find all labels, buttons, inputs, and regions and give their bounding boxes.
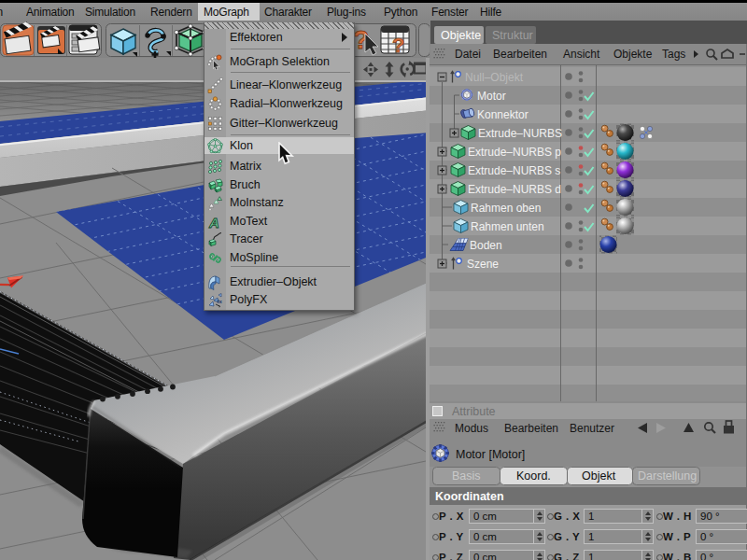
svg-text:Bearbeiten: Bearbeiten	[493, 48, 547, 61]
svg-text:Objekte: Objekte	[441, 29, 481, 42]
svg-text:Modus: Modus	[455, 422, 488, 435]
svg-text:Darstellung: Darstellung	[638, 469, 697, 483]
svg-text:Struktur: Struktur	[492, 29, 533, 42]
svg-text:Datei: Datei	[455, 48, 481, 61]
svg-text:Extrude–NURBS p: Extrude–NURBS p	[468, 146, 561, 159]
svg-text:Ansicht: Ansicht	[563, 48, 600, 61]
svg-text:Extrude–NURBS: Extrude–NURBS	[478, 127, 562, 140]
svg-text:Motor [Motor]: Motor [Motor]	[456, 448, 525, 461]
svg-text:Objekt: Objekt	[582, 469, 616, 483]
svg-text:Benutzer: Benutzer	[570, 422, 614, 435]
svg-text:Basis: Basis	[452, 469, 481, 483]
svg-text:A: A	[208, 215, 219, 231]
svg-text:Koordinaten: Koordinaten	[435, 490, 504, 503]
svg-text:?: ?	[392, 34, 404, 57]
svg-text:Boden: Boden	[470, 239, 502, 252]
svg-text:Tags: Tags	[662, 48, 685, 61]
svg-text:Extrude–NURBS d: Extrude–NURBS d	[468, 183, 561, 196]
svg-text:Attribute: Attribute	[452, 405, 496, 418]
svg-text:Objekte: Objekte	[613, 48, 653, 61]
svg-text:Konnektor: Konnektor	[477, 108, 529, 121]
svg-text:Koord.: Koord.	[516, 469, 551, 483]
svg-text:Motor: Motor	[477, 90, 506, 103]
svg-text:Extrude–NURBS s: Extrude–NURBS s	[468, 164, 560, 177]
svg-text:Null–Objekt: Null–Objekt	[465, 71, 524, 84]
svg-text:Rahmen oben: Rahmen oben	[471, 202, 541, 215]
svg-text:fx: fx	[218, 299, 223, 304]
svg-text:Rahmen unten: Rahmen unten	[471, 220, 544, 233]
svg-text:Szene: Szene	[467, 258, 499, 271]
svg-text:Bearbeiten: Bearbeiten	[504, 422, 558, 435]
